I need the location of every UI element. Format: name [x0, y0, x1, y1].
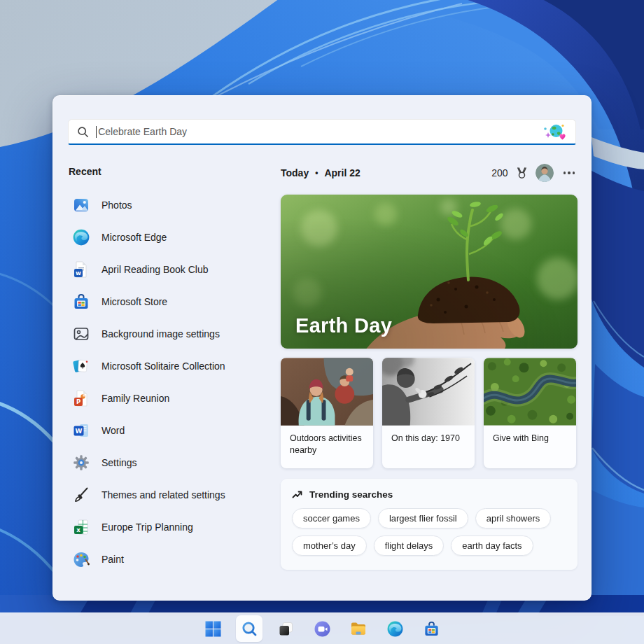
recent-item-label: Background image settings [102, 328, 220, 340]
card-label: On this day: 1970 [382, 426, 475, 444]
recent-item-microsoft-edge[interactable]: Microsoft Edge [69, 221, 279, 253]
task-view-button[interactable] [272, 615, 299, 642]
edge-icon [72, 228, 90, 246]
excel-icon: x [72, 518, 90, 536]
card-outdoors-activities[interactable]: Outdoors activities nearby [281, 358, 373, 468]
svg-text:w: w [76, 270, 81, 276]
powerpoint-icon: P [72, 389, 90, 407]
today-date: Today • April 22 [281, 167, 360, 178]
taskbar-search-button[interactable] [236, 615, 262, 642]
today-label: Today [281, 167, 309, 178]
date-separator: • [315, 168, 318, 178]
recent-item-label: Themes and related settings [102, 489, 225, 500]
solitaire-icon [72, 357, 90, 375]
photos-icon [72, 196, 90, 214]
recent-item-april-reading-book-club[interactable]: w April Reading Book Club [69, 253, 279, 286]
recent-item-label: Photos [102, 200, 132, 211]
gear-icon [72, 454, 90, 472]
earth-day-hero-card[interactable]: Earth Day [281, 195, 578, 349]
recent-item-photos[interactable]: Photos [69, 189, 279, 221]
search-icon [77, 126, 89, 138]
paintbrush-icon [72, 486, 90, 504]
taskbar-store-button[interactable] [418, 615, 444, 642]
text-cursor [96, 126, 97, 138]
trending-pill[interactable]: flight delays [374, 536, 444, 556]
date-label: April 22 [324, 167, 360, 178]
search-placeholder: Celebrate Earth Day [98, 126, 543, 137]
recent-item-label: Microsoft Solitaire Collection [102, 360, 225, 372]
windows-start-button[interactable] [200, 615, 226, 642]
svg-text:x: x [76, 526, 80, 533]
daily-cards-row: Outdoors activities nearby [281, 358, 578, 468]
trending-up-icon [292, 489, 303, 500]
outdoors-card-image [281, 358, 373, 426]
recent-list: Photos Microsoft Edge w Apr [69, 189, 279, 575]
recent-item-background-image-settings[interactable]: Background image settings [69, 318, 279, 350]
taskbar [0, 612, 644, 644]
recent-item-themes-and-related-settings[interactable]: Themes and related settings [69, 479, 279, 511]
recent-item-label: Europe Trip Planning [102, 522, 193, 533]
store-icon [72, 293, 90, 311]
recent-section-title: Recent [69, 166, 102, 177]
recent-item-label: Paint [102, 554, 124, 565]
card-give-with-bing[interactable]: Give with Bing [484, 358, 576, 468]
card-label: Give with Bing [484, 426, 576, 444]
trending-pill[interactable]: soccer games [292, 508, 371, 528]
taskbar-edge-button[interactable] [382, 615, 408, 642]
word-app-icon: W [72, 421, 90, 440]
trending-pill[interactable]: earth day facts [451, 536, 533, 556]
card-label: Outdoors activities nearby [281, 426, 373, 456]
svg-text:P: P [76, 398, 80, 405]
hero-title: Earth Day [295, 314, 392, 337]
on-this-day-card-image [382, 358, 475, 426]
trending-pill[interactable]: april showers [475, 508, 552, 528]
more-menu[interactable] [561, 167, 578, 178]
trending-pill[interactable]: largest flier fossil [378, 508, 468, 528]
image-settings-icon [72, 325, 90, 343]
recent-item-label: April Reading Book Club [102, 264, 209, 275]
recent-item-europe-trip-planning[interactable]: x Europe Trip Planning [69, 511, 279, 543]
rewards-medal-icon[interactable] [515, 167, 528, 180]
trending-pill[interactable]: mother’s day [292, 536, 367, 556]
today-header-row: Today • April 22 200 [281, 163, 578, 183]
word-document-icon: w [72, 260, 90, 279]
trending-title: Trending searches [309, 489, 393, 500]
recent-item-microsoft-store[interactable]: Microsoft Store [69, 286, 279, 318]
recent-item-family-reunion[interactable]: P Family Reunion [69, 382, 279, 414]
search-panel: Celebrate Earth Day Recent [52, 95, 592, 601]
card-on-this-day[interactable]: On this day: 1970 [382, 358, 475, 468]
recent-item-word[interactable]: W Word [69, 414, 279, 447]
paint-palette-icon [72, 550, 90, 568]
chat-button[interactable] [309, 615, 335, 642]
file-explorer-button[interactable] [345, 615, 372, 642]
recent-item-label: Family Reunion [102, 393, 169, 404]
recent-item-microsoft-solitaire-collection[interactable]: Microsoft Solitaire Collection [69, 350, 279, 382]
recent-item-paint[interactable]: Paint [69, 543, 279, 575]
user-avatar[interactable] [536, 164, 554, 182]
svg-text:W: W [76, 428, 83, 435]
recent-item-label: Microsoft Store [102, 296, 167, 307]
recent-item-label: Microsoft Edge [102, 232, 167, 243]
search-input[interactable]: Celebrate Earth Day [68, 119, 576, 145]
earth-day-globe-heart-icon [543, 123, 568, 141]
recent-item-label: Settings [102, 457, 137, 468]
give-with-bing-card-image [484, 358, 576, 426]
trending-searches-section: Trending searches soccer games largest f… [281, 479, 578, 570]
recent-item-settings[interactable]: Settings [69, 447, 279, 479]
recent-item-label: Word [102, 425, 125, 436]
rewards-points[interactable]: 200 [491, 167, 507, 178]
